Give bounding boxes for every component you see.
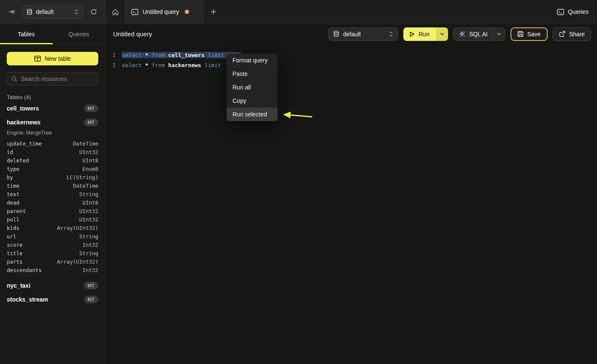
- save-button[interactable]: Save: [511, 27, 548, 41]
- column-type: String: [79, 233, 98, 240]
- table-row-nyc-taxi[interactable]: nyc_taxi MT: [0, 278, 105, 292]
- engine-badge: MT: [84, 282, 98, 289]
- column-type: Int32: [82, 267, 98, 273]
- sql-ai-label: SQL AI: [469, 31, 488, 38]
- chevron-down-icon: [497, 32, 501, 35]
- terminal-icon: [131, 9, 138, 15]
- column-row[interactable]: id UInt32: [0, 148, 105, 156]
- chevron-updown-icon: [74, 9, 78, 15]
- column-row[interactable]: parent UInt32: [0, 207, 105, 215]
- sidebar-tab-tables[interactable]: Tables: [0, 24, 53, 44]
- collapse-sidebar-button[interactable]: [5, 5, 18, 18]
- query-title: Untitled query: [113, 30, 323, 38]
- column-row[interactable]: kids Array(UInt32): [0, 224, 105, 232]
- engine-badge: MT: [84, 105, 98, 112]
- topbar-left: default: [0, 0, 105, 24]
- table-name: hackernews: [7, 119, 41, 126]
- column-row[interactable]: title String: [0, 249, 105, 257]
- column-row[interactable]: update_time DateTime: [0, 139, 105, 148]
- refresh-icon: [90, 8, 97, 15]
- column-type: UInt32: [79, 216, 98, 223]
- table-row-stocks-stream[interactable]: stocks_stream MT: [0, 292, 105, 306]
- column-row[interactable]: deleted UInt8: [0, 156, 105, 164]
- column-row[interactable]: score Int32: [0, 240, 105, 249]
- column-type: DateTime: [73, 183, 98, 189]
- home-icon: [112, 8, 119, 16]
- new-table-label: New table: [45, 55, 71, 62]
- column-row[interactable]: time DateTime: [0, 181, 105, 190]
- column-row[interactable]: descendants Int32: [0, 266, 105, 274]
- column-name: parts: [7, 259, 23, 265]
- column-name: url: [7, 233, 16, 240]
- terminal-icon: [557, 9, 564, 15]
- code-line[interactable]: 2select * from hackernews limit: [105, 60, 597, 70]
- new-table-button[interactable]: New table: [7, 52, 98, 65]
- sql-ai-split-button: SQL AI: [453, 27, 505, 41]
- column-type: UInt32: [79, 149, 98, 155]
- column-row[interactable]: type Enum8: [0, 164, 105, 173]
- run-options-button[interactable]: [436, 27, 448, 41]
- run-split-button: Run: [403, 27, 448, 41]
- query-database-value: default: [343, 31, 385, 38]
- context-menu-item[interactable]: Format query: [227, 54, 278, 67]
- play-icon: [409, 31, 415, 37]
- search-icon: [11, 76, 17, 82]
- line-number: 1: [105, 52, 116, 58]
- code-lines: 1select·*·from·cell_towers·limit·100·2se…: [105, 50, 597, 70]
- column-row[interactable]: dead UInt8: [0, 198, 105, 207]
- topbar-right: Queries: [557, 0, 597, 24]
- share-icon: [559, 31, 565, 37]
- query-database-select[interactable]: default: [328, 27, 398, 41]
- sparkles-icon: [459, 31, 465, 38]
- queries-button[interactable]: Queries: [557, 8, 589, 15]
- database-icon: [27, 9, 32, 15]
- search-resources-input[interactable]: [21, 75, 94, 82]
- topbar-database-value: default: [36, 8, 71, 15]
- engine-badge: MT: [84, 296, 98, 303]
- column-row[interactable]: parts Array(UInt32): [0, 257, 105, 266]
- table-row-cell-towers[interactable]: cell_towers MT: [0, 101, 105, 115]
- column-name: descendants: [7, 267, 42, 273]
- column-type: Enum8: [82, 166, 98, 172]
- column-type: LC(String): [67, 174, 98, 181]
- table-row-hackernews[interactable]: hackernews MT: [0, 115, 105, 129]
- topbar-database-select[interactable]: default: [22, 5, 83, 19]
- home-button[interactable]: [105, 0, 125, 24]
- context-menu-item[interactable]: Copy: [227, 94, 278, 108]
- context-menu-item[interactable]: Paste: [227, 67, 278, 81]
- run-button[interactable]: Run: [403, 27, 436, 41]
- table-name: stocks_stream: [7, 296, 48, 303]
- column-name: text: [7, 191, 19, 197]
- unsaved-changes-dot: [185, 10, 189, 14]
- column-row[interactable]: text String: [0, 190, 105, 198]
- editor-context-menu: Format query Paste Run all Copy Run sele…: [227, 54, 278, 121]
- column-row[interactable]: poll UInt32: [0, 215, 105, 224]
- save-icon: [517, 31, 524, 37]
- chevron-down-icon: [440, 32, 444, 35]
- tab-untitled-query[interactable]: Untitled query: [125, 0, 204, 24]
- save-label: Save: [527, 31, 541, 38]
- engine-label: Engine: MergeTree: [0, 129, 105, 139]
- sql-ai-button[interactable]: SQL AI: [453, 27, 493, 41]
- code-line[interactable]: 1select·*·from·cell_towers·limit·100·: [105, 50, 597, 60]
- sidebar-tabs: Tables Queries: [0, 24, 105, 44]
- context-menu-item-label: Format query: [232, 57, 267, 64]
- column-row[interactable]: by LC(String): [0, 173, 105, 181]
- share-button[interactable]: Share: [553, 27, 591, 41]
- context-menu-item[interactable]: Run all: [227, 81, 278, 94]
- table-name: cell_towers: [7, 105, 39, 112]
- sql-ai-options-button[interactable]: [493, 27, 505, 41]
- sidebar-tab-queries[interactable]: Queries: [53, 24, 105, 44]
- sql-editor[interactable]: 1select·*·from·cell_towers·limit·100·2se…: [105, 44, 597, 364]
- new-tab-button[interactable]: [207, 5, 220, 18]
- tables-section-title: Tables (4): [7, 94, 98, 100]
- engine-badge: MT: [84, 119, 98, 126]
- tab-strip: Untitled query: [105, 0, 557, 24]
- database-icon: [333, 31, 339, 37]
- line-number: 2: [105, 62, 116, 68]
- context-menu-item[interactable]: Run selected: [227, 108, 278, 121]
- column-row[interactable]: url String: [0, 232, 105, 240]
- refresh-button[interactable]: [87, 5, 100, 18]
- column-type: UInt8: [82, 157, 98, 164]
- column-type: UInt32: [79, 208, 98, 214]
